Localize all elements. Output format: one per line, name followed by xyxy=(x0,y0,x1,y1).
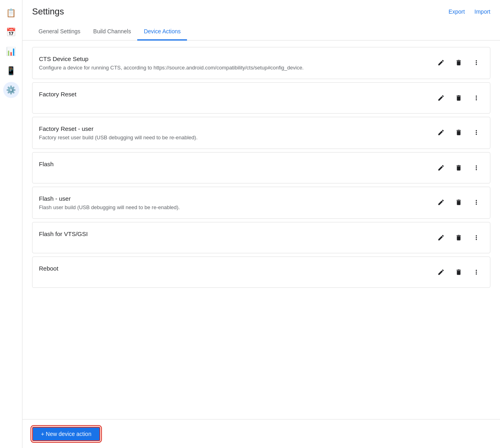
import-link[interactable]: Import xyxy=(474,8,490,15)
sidebar-item-calendar[interactable]: 📅 xyxy=(3,24,19,40)
analytics-icon: 📊 xyxy=(6,47,16,55)
export-link[interactable]: Export xyxy=(449,8,465,15)
sidebar-item-analytics[interactable]: 📊 xyxy=(3,43,19,59)
action-card-factory-reset-user: Factory Reset - userFactory reset user b… xyxy=(32,117,490,149)
action-title-flash: Flash xyxy=(39,161,427,167)
main-content: Settings Export Import General SettingsB… xyxy=(22,0,500,448)
action-desc-factory-reset-user: Factory reset user build (USB debugging … xyxy=(39,134,427,141)
action-title-factory-reset-user: Factory Reset - user xyxy=(39,125,427,132)
action-card-flash-user: Flash - userFlash user build (USB debugg… xyxy=(32,187,490,219)
new-device-action-button[interactable]: + New device action xyxy=(32,427,100,441)
more-button-flash[interactable] xyxy=(469,161,484,175)
settings-icon: ⚙️ xyxy=(6,86,16,94)
action-desc-flash-user: Flash user build (USB debugging will nee… xyxy=(39,204,427,210)
tab-device-actions[interactable]: Device Actions xyxy=(137,23,187,41)
action-desc-cts-device-setup: Configure a device for running CTS, acco… xyxy=(39,65,427,71)
more-button-cts-device-setup[interactable] xyxy=(469,55,484,70)
bottom-bar: + New device action xyxy=(22,419,500,448)
action-buttons-cts-device-setup xyxy=(434,55,484,70)
delete-button-reboot[interactable] xyxy=(451,265,466,279)
action-info-cts-device-setup: CTS Device SetupConfigure a device for r… xyxy=(39,55,427,71)
action-title-flash-vts-gsi: Flash for VTS/GSI xyxy=(39,230,427,237)
action-info-reboot: Reboot xyxy=(39,265,427,274)
calendar-icon: 📅 xyxy=(6,28,16,36)
action-card-flash: Flash xyxy=(32,152,490,183)
more-button-flash-user[interactable] xyxy=(469,195,484,210)
action-buttons-reboot xyxy=(434,265,484,279)
delete-button-flash-user[interactable] xyxy=(451,195,466,210)
edit-button-reboot[interactable] xyxy=(434,265,448,279)
delete-button-flash[interactable] xyxy=(451,161,466,175)
tab-general[interactable]: General Settings xyxy=(32,23,87,41)
edit-button-cts-device-setup[interactable] xyxy=(434,55,448,70)
more-button-reboot[interactable] xyxy=(469,265,484,279)
more-button-factory-reset-user[interactable] xyxy=(469,125,484,140)
edit-button-flash-user[interactable] xyxy=(434,195,448,210)
action-buttons-flash-vts-gsi xyxy=(434,230,484,245)
page-title: Settings xyxy=(32,6,64,17)
edit-button-flash[interactable] xyxy=(434,161,448,175)
action-card-reboot: Reboot xyxy=(32,257,490,288)
delete-button-cts-device-setup[interactable] xyxy=(451,55,466,70)
action-buttons-flash-user xyxy=(434,195,484,210)
action-info-flash-user: Flash - userFlash user build (USB debugg… xyxy=(39,195,427,210)
more-button-flash-vts-gsi[interactable] xyxy=(469,230,484,245)
action-title-reboot: Reboot xyxy=(39,265,427,272)
sidebar-item-reports[interactable]: 📋 xyxy=(3,5,19,21)
action-info-factory-reset: Factory Reset xyxy=(39,91,427,100)
action-info-flash: Flash xyxy=(39,161,427,170)
sidebar: 📋📅📊📱⚙️ xyxy=(0,0,22,448)
action-info-factory-reset-user: Factory Reset - userFactory reset user b… xyxy=(39,125,427,141)
delete-button-factory-reset[interactable] xyxy=(451,91,466,105)
delete-button-flash-vts-gsi[interactable] xyxy=(451,230,466,245)
sidebar-item-settings[interactable]: ⚙️ xyxy=(3,82,19,98)
delete-button-factory-reset-user[interactable] xyxy=(451,125,466,140)
action-title-factory-reset: Factory Reset xyxy=(39,91,427,98)
edit-button-flash-vts-gsi[interactable] xyxy=(434,230,448,245)
sidebar-item-device[interactable]: 📱 xyxy=(3,63,19,79)
action-info-flash-vts-gsi: Flash for VTS/GSI xyxy=(39,230,427,240)
edit-button-factory-reset[interactable] xyxy=(434,91,448,105)
reports-icon: 📋 xyxy=(6,9,16,17)
action-buttons-factory-reset-user xyxy=(434,125,484,140)
header-actions: Export Import xyxy=(449,8,490,15)
action-card-factory-reset: Factory Reset xyxy=(32,82,490,114)
edit-button-factory-reset-user[interactable] xyxy=(434,125,448,140)
action-title-flash-user: Flash - user xyxy=(39,195,427,202)
more-button-factory-reset[interactable] xyxy=(469,91,484,105)
action-card-flash-vts-gsi: Flash for VTS/GSI xyxy=(32,222,490,253)
action-buttons-factory-reset xyxy=(434,91,484,105)
tab-build-channels[interactable]: Build Channels xyxy=(87,23,137,41)
device-icon: 📱 xyxy=(6,67,16,75)
content-area: CTS Device SetupConfigure a device for r… xyxy=(22,41,500,448)
page-header: Settings Export Import xyxy=(22,0,500,17)
action-buttons-flash xyxy=(434,161,484,175)
action-card-cts-device-setup: CTS Device SetupConfigure a device for r… xyxy=(32,47,490,79)
action-title-cts-device-setup: CTS Device Setup xyxy=(39,55,427,62)
tabs-bar: General SettingsBuild ChannelsDevice Act… xyxy=(22,23,500,41)
